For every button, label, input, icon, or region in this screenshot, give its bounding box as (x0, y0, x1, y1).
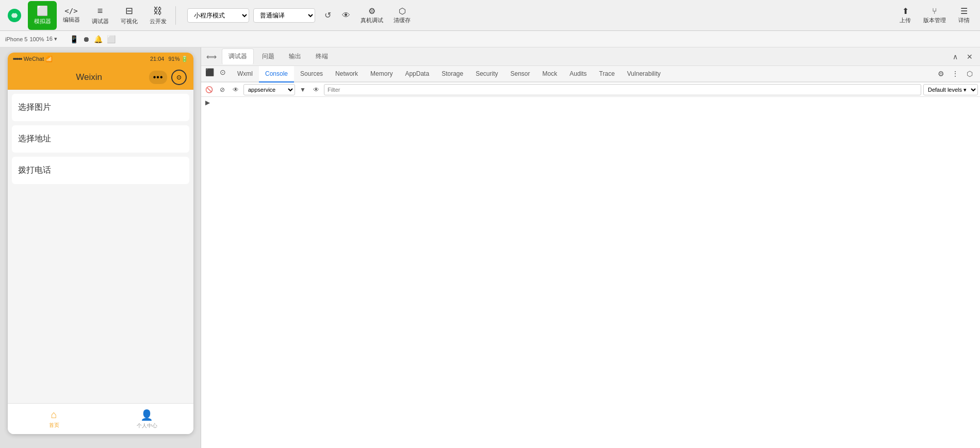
clear-cache-btn[interactable]: ⬡ 清缓存 (389, 4, 415, 26)
phone-menu-button[interactable]: ••• (149, 71, 168, 84)
clear-cache-label: 清缓存 (394, 16, 411, 24)
app-logo (5, 6, 24, 25)
device-num: 16 ▾ (46, 36, 57, 42)
list-item-2[interactable]: 拨打电话 (12, 157, 189, 184)
context-select[interactable]: appservice (243, 84, 295, 95)
context-expand-icon[interactable]: ▼ (297, 84, 308, 95)
phone-title-bar: Weixin ••• ⊙ (8, 65, 193, 90)
more-icon[interactable]: ⋮ (949, 68, 961, 80)
tab-security[interactable]: Security (469, 66, 504, 82)
editor-button[interactable]: </> 编辑器 (57, 1, 86, 30)
mode-select-group: 小程序模式 插件模式 普通编译 自定义编译 (187, 8, 315, 23)
clear-console-icon[interactable]: 🚫 (203, 84, 215, 95)
tab-trace[interactable]: Trace (593, 66, 621, 82)
list-item-1[interactable]: 选择地址 (12, 125, 189, 153)
tab-network[interactable]: Network (329, 66, 364, 82)
real-debug-label: 真机调试 (361, 16, 383, 24)
device-control-icons: 📱 ⏺ 🔔 ⬜ (70, 35, 116, 43)
phone-frame: ●●●●● WeChat 📶 21:04 91% 🔋 Weixin ••• ⊙ (8, 53, 193, 434)
separator-1 (175, 6, 176, 25)
compile-select[interactable]: 普通编译 自定义编译 (253, 8, 315, 23)
dock-icon[interactable]: ⟺ (205, 51, 218, 63)
phone-camera-button[interactable]: ⊙ (171, 70, 187, 85)
clear-cache-icon: ⬡ (399, 6, 406, 16)
close-icon[interactable]: ✕ (963, 51, 976, 63)
settings-icon[interactable]: ⚙ (935, 68, 947, 80)
devtools-row1-right: ∧ ✕ (949, 51, 976, 63)
detail-icon: ☰ (960, 6, 968, 16)
tab-memory[interactable]: Memory (364, 66, 399, 82)
filter-input[interactable] (324, 84, 921, 95)
tab-vulnerability[interactable]: Vulnerability (621, 66, 667, 82)
phone-bottom-nav: ⌂ 首页 👤 个人中心 (8, 403, 193, 434)
sound-icon[interactable]: 🔔 (94, 35, 103, 43)
nav-item-profile[interactable]: 👤 个人中心 (101, 404, 193, 434)
live-expression-icon[interactable]: 👁 (311, 84, 322, 95)
debugger-icon: ≡ (97, 6, 103, 16)
tab-appdata[interactable]: AppData (399, 66, 435, 82)
tab-storage[interactable]: Storage (435, 66, 469, 82)
list-item-0[interactable]: 选择图片 (12, 94, 189, 121)
upload-btn[interactable]: ⬆ 上传 (894, 4, 916, 26)
real-debug-btn[interactable]: ⚙ 真机调试 (356, 4, 387, 26)
device-name: iPhone 5 (5, 36, 27, 42)
tab-output[interactable]: 输出 (283, 49, 307, 64)
version-btn[interactable]: ⑂ 版本管理 (918, 5, 951, 26)
battery-pct: 91% (168, 56, 179, 62)
phone-title-right: ••• ⊙ (149, 70, 187, 85)
detach-icon[interactable]: ⬡ (963, 68, 976, 80)
devtools-row2-right: ⚙ ⋮ ⬡ (935, 66, 978, 81)
debugger-label: 调试器 (92, 18, 109, 25)
nav-item-home[interactable]: ⌂ 首页 (8, 404, 101, 434)
phone-app-title: Weixin (76, 72, 102, 82)
mode-select[interactable]: 小程序模式 插件模式 (187, 8, 249, 23)
preview-icon-btn[interactable]: 👁 (338, 7, 354, 24)
visualize-icon: ⊟ (125, 5, 133, 16)
upload-label: 上传 (900, 16, 911, 24)
action-group: ↺ 👁 ⚙ 真机调试 ⬡ 清缓存 (319, 4, 415, 26)
eye-icon[interactable]: 👁 (230, 84, 241, 95)
chevron-up-icon[interactable]: ∧ (949, 51, 961, 63)
tab-wxml[interactable]: Wxml (231, 66, 259, 82)
cloud-icon: ⛓ (153, 6, 162, 16)
phone-icon[interactable]: 📱 (70, 35, 78, 43)
tab-problems[interactable]: 问题 (256, 49, 281, 64)
cloud-label: 云开发 (150, 18, 167, 25)
phone-panel: ●●●●● WeChat 📶 21:04 91% 🔋 Weixin ••• ⊙ (0, 47, 201, 448)
simulator-label: 模拟器 (34, 18, 51, 25)
device-selector[interactable]: iPhone 5 100% 16 ▾ (5, 36, 57, 42)
inspect-icon[interactable]: ⬛ (203, 66, 216, 78)
devtools-tabs-row1: ⟺ 调试器 问题 输出 终端 ∧ ✕ (201, 47, 980, 66)
tab-debugger[interactable]: 调试器 (222, 48, 254, 64)
detail-label: 详情 (958, 16, 970, 24)
main-area: ●●●●● WeChat 📶 21:04 91% 🔋 Weixin ••• ⊙ (0, 47, 980, 448)
tab-sensor[interactable]: Sensor (504, 66, 536, 82)
home-label: 首页 (49, 422, 59, 429)
real-debug-icon: ⚙ (368, 6, 375, 16)
home-icon: ⌂ (51, 409, 57, 421)
editor-icon: </> (64, 7, 77, 15)
filter-toggle-icon[interactable]: ⊘ (217, 84, 228, 95)
simulator-icon: ⬜ (37, 5, 48, 16)
version-icon: ⑂ (932, 7, 937, 16)
tab-mock[interactable]: Mock (536, 66, 564, 82)
tab-console[interactable]: Console (259, 66, 294, 82)
tab-terminal[interactable]: 终端 (309, 49, 334, 64)
device-mode-icon[interactable]: ⊙ (217, 66, 229, 78)
top-toolbar: ⬜ 模拟器 </> 编辑器 ≡ 调试器 ⊟ 可视化 ⛓ 云开发 小程序模式 插件… (0, 0, 980, 31)
profile-icon: 👤 (140, 409, 153, 421)
cloud-button[interactable]: ⛓ 云开发 (143, 1, 172, 30)
console-expand-arrow[interactable]: ▶ (203, 98, 212, 107)
tab-audits[interactable]: Audits (563, 66, 593, 82)
debugger-button[interactable]: ≡ 调试器 (86, 1, 115, 30)
detail-btn[interactable]: ☰ 详情 (953, 4, 975, 26)
refresh-icon-btn[interactable]: ↺ (319, 7, 336, 24)
record-icon[interactable]: ⏺ (83, 35, 90, 43)
simulator-button[interactable]: ⬜ 模拟器 (28, 1, 57, 30)
phone-status-bar: ●●●●● WeChat 📶 21:04 91% 🔋 (8, 53, 193, 65)
visualize-button[interactable]: ⊟ 可视化 (115, 1, 143, 30)
status-time: 21:04 (150, 56, 165, 62)
expand-icon[interactable]: ⬜ (107, 35, 116, 43)
tab-sources[interactable]: Sources (294, 66, 329, 82)
levels-select[interactable]: Default levels ▾ Verbose Info Warnings E… (923, 84, 978, 95)
